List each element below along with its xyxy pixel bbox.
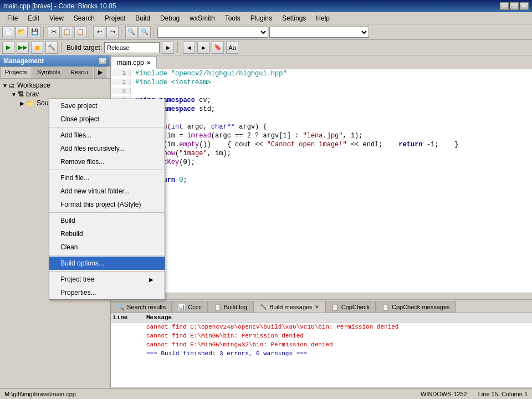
workspace-icon: 🗂 <box>9 82 15 89</box>
abbrev-button[interactable]: Aa <box>226 42 238 54</box>
menu-help[interactable]: Help <box>311 13 335 24</box>
menu-add-files[interactable]: Add files... <box>49 129 165 142</box>
tab-close-icon[interactable]: ✕ <box>146 60 151 66</box>
run-button[interactable]: ▶ <box>2 42 14 54</box>
menu-format-project[interactable]: Format this project (AStyle) <box>49 198 165 211</box>
tab-resources[interactable]: Resou <box>65 66 93 78</box>
bottom-tab-cppcheck[interactable]: 📋 CppCheck <box>325 301 376 313</box>
code-line-2: 2 #include <iostream> <box>111 78 532 87</box>
search-combo1[interactable] <box>157 27 268 38</box>
sep2 <box>89 27 91 38</box>
menu-settings[interactable]: Settings <box>277 13 311 24</box>
maximize-button[interactable]: □ <box>510 2 519 10</box>
menu-project-tree[interactable]: Project tree ▶ <box>49 273 165 286</box>
build-msg-row-1[interactable]: cannot find C:\opencv248\opencv\build\x8… <box>111 323 532 331</box>
menu-build-options[interactable]: Build options... <box>49 257 165 270</box>
build-msg-row-4[interactable]: === Build finished: 3 errors, 0 warnings… <box>111 349 532 358</box>
build-messages-icon: 🔨 <box>259 303 267 310</box>
tree-workspace[interactable]: ▼ 🗂 Workspace <box>2 81 108 90</box>
stop-button[interactable]: ⏹ <box>31 42 43 54</box>
context-menu: Save project Close project Add files... … <box>49 99 165 300</box>
project-label: brav <box>26 90 39 98</box>
build-msg-row-2[interactable]: cannot find E:\MinGW\bin: Permission den… <box>111 331 532 340</box>
tab-more[interactable]: ▶ <box>94 66 106 78</box>
h-scrollbar[interactable] <box>111 293 532 299</box>
menu-plugins[interactable]: Plugins <box>245 13 277 24</box>
redo-button[interactable]: ↪ <box>106 26 119 38</box>
paste-button[interactable]: 📋 <box>74 26 86 38</box>
bottom-tab-cppcheck-messages[interactable]: 📋 CppCheck messages <box>376 301 456 313</box>
build-target-combo[interactable]: Debug Release <box>104 42 160 53</box>
menu-build[interactable]: Build <box>130 13 155 24</box>
build-messages-close[interactable]: ✕ <box>315 304 319 310</box>
search-combo2[interactable] <box>269 27 369 38</box>
menu-build[interactable]: Build <box>49 214 165 227</box>
build-target-run[interactable]: ▶ <box>162 42 174 54</box>
main-toolbar: 📄 📂 💾 ✂ 📋 📋 ↩ ↪ 🔍 🔍 <box>0 24 532 40</box>
code-line-4: 4 using namespace cv; <box>111 96 532 105</box>
build-run-button[interactable]: ▶▶ <box>17 42 29 54</box>
bottom-tab-cccc[interactable]: 📊 Cccc <box>172 301 207 313</box>
bottom-tab-build-log[interactable]: 📋 Build log <box>208 301 253 313</box>
menu-edit[interactable]: Edit <box>23 13 44 24</box>
expand-icon2: ▼ <box>11 91 18 98</box>
menu-find-file[interactable]: Find file... <box>49 171 165 185</box>
management-close[interactable]: ✕ <box>99 58 106 64</box>
menu-debug[interactable]: Debug <box>155 13 185 24</box>
statusbar: M:\gift\img\brave\main.cpp WINDOWS-1252 … <box>0 388 532 399</box>
project-tree-label: Project tree <box>60 275 94 283</box>
close-button[interactable]: ✕ <box>520 2 529 10</box>
menu-remove-files[interactable]: Remove files... <box>49 155 165 168</box>
bottom-tab-build-messages[interactable]: 🔨 Build messages ✕ <box>253 301 325 313</box>
copy-button[interactable]: 📋 <box>61 26 73 38</box>
editor-tab-bar: main.cpp ✕ <box>111 55 532 69</box>
menu-add-virtual-folder[interactable]: Add new virtual folder... <box>49 185 165 198</box>
new-button[interactable]: 📄 <box>2 26 14 38</box>
tab-projects[interactable]: Projects <box>0 66 32 78</box>
next-error-button[interactable]: ▶ <box>197 42 209 54</box>
statusbar-position: Line 15, Column 1 <box>478 391 528 397</box>
search-results-icon: 🔍 <box>117 304 125 311</box>
undo-button[interactable]: ↩ <box>93 26 105 38</box>
bottom-tab-search-results[interactable]: 🔍 Search results <box>111 301 172 313</box>
sep-m3 <box>49 212 165 213</box>
build-toolbar: ▶ ▶▶ ⏹ 🔨 Build target: Debug Release ▶ ◀… <box>0 40 532 55</box>
code-line-11: 11 waitKey(0); <box>111 158 532 167</box>
menu-properties[interactable]: Properties... <box>49 286 165 299</box>
cppcheck-icon: 📋 <box>331 304 339 311</box>
cut-button[interactable]: ✂ <box>48 26 60 38</box>
tab-symbols[interactable]: Symbols <box>32 66 65 78</box>
bottom-panel: 🔍 Search results 📊 Cccc 📋 Build log 🔨 Bu… <box>111 299 532 388</box>
menu-close-project[interactable]: Close project <box>49 112 165 126</box>
code-editor[interactable]: 1 #include "opencv2/highgui/highgui.hpp"… <box>111 69 532 293</box>
rebuild-button[interactable]: 🔨 <box>45 42 58 54</box>
menu-add-files-recursively[interactable]: Add files recursively... <box>49 142 165 155</box>
open-button[interactable]: 📂 <box>16 26 28 38</box>
menu-save-project[interactable]: Save project <box>49 99 165 112</box>
project-icon: 🏗 <box>18 91 24 98</box>
cppcheck-messages-icon: 📋 <box>382 304 390 311</box>
save-button[interactable]: 💾 <box>29 26 41 38</box>
statusbar-path: M:\gift\img\brave\main.cpp <box>4 391 76 397</box>
editor-tab-main-cpp[interactable]: main.cpp ✕ <box>111 57 157 69</box>
minimize-button[interactable]: ─ <box>500 2 509 10</box>
tree-brave[interactable]: ▼ 🏗 brav <box>2 90 108 99</box>
findreplace-button[interactable]: 🔍 <box>139 26 151 38</box>
menu-file[interactable]: File <box>2 13 23 24</box>
menu-rebuild[interactable]: Rebuild <box>49 227 165 241</box>
build-log-label: Build log <box>224 304 247 310</box>
code-line-7: 7 int main(int argc, char** argv) { <box>111 122 532 131</box>
prev-error-button[interactable]: ◀ <box>183 42 195 54</box>
menu-clean[interactable]: Clean <box>49 241 165 254</box>
menu-search[interactable]: Search <box>69 13 100 24</box>
menu-tools[interactable]: Tools <box>220 13 245 24</box>
menu-wxsmith[interactable]: wxSmith <box>185 13 219 24</box>
management-tabs: Projects Symbols Resou ▶ <box>0 66 110 79</box>
menu-project[interactable]: Project <box>100 13 130 24</box>
sep6 <box>177 42 180 53</box>
build-msg-row-3[interactable]: cannot find E:\MinGW\mingw32\bin: Permis… <box>111 340 532 349</box>
code-line-6: 6 <box>111 114 532 122</box>
menu-view[interactable]: View <box>44 13 69 24</box>
find-button[interactable]: 🔍 <box>125 26 137 38</box>
bookmarks-button[interactable]: 🔖 <box>212 42 224 54</box>
